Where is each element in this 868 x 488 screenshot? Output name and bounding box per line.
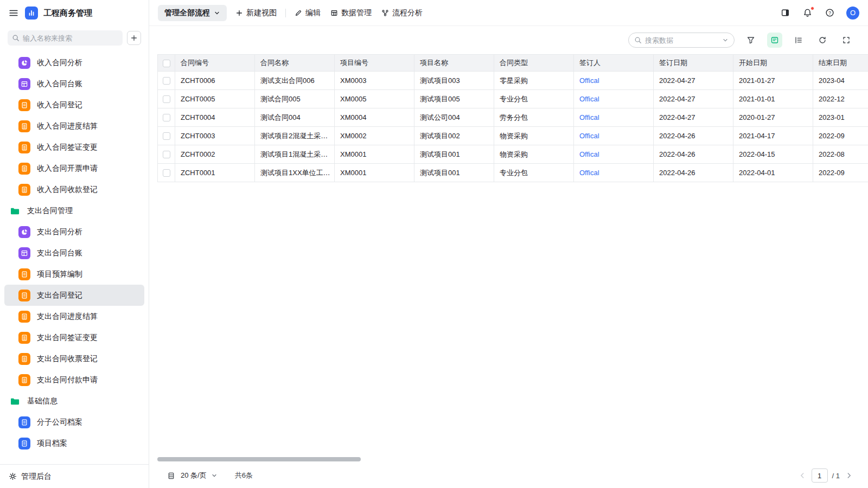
table-cell[interactable]: XM0001 bbox=[335, 145, 414, 164]
sidebar-item-3[interactable]: 收入合同进度结算 bbox=[4, 115, 144, 137]
data-search-input[interactable] bbox=[645, 36, 719, 44]
table-cell[interactable]: 测试项目002 bbox=[414, 127, 494, 145]
table-cell[interactable]: 测试项目001 bbox=[414, 164, 494, 182]
signer-link[interactable]: Offical bbox=[574, 127, 654, 145]
row-checkbox[interactable] bbox=[163, 169, 170, 177]
table-cell[interactable]: 2022-09 bbox=[813, 127, 868, 145]
sidebar-item-1[interactable]: 收入合同台账 bbox=[4, 73, 144, 94]
table-cell[interactable]: 2022-04-27 bbox=[654, 108, 733, 127]
page-size-selector[interactable]: 20 条/页 bbox=[181, 471, 218, 480]
table-cell[interactable]: 测试项目2混凝土采… bbox=[255, 127, 335, 145]
manage-all-flows-button[interactable]: 管理全部流程 bbox=[158, 5, 227, 21]
signer-link[interactable]: Offical bbox=[574, 145, 654, 164]
help-icon[interactable]: ? bbox=[824, 7, 835, 18]
table-cell[interactable]: ZCHT0006 bbox=[175, 72, 255, 90]
table-cell[interactable]: 2022-04-26 bbox=[654, 164, 733, 182]
table-cell[interactable]: 2020-01-27 bbox=[733, 108, 813, 127]
table-cell[interactable]: 2022-09 bbox=[813, 164, 868, 182]
row-group-icon[interactable] bbox=[791, 33, 806, 48]
table-cell[interactable]: ZCHT0004 bbox=[175, 108, 255, 127]
row-select-cell[interactable] bbox=[158, 72, 175, 90]
sidebar-item-0[interactable]: 收入合同分析 bbox=[4, 52, 144, 73]
table-cell[interactable]: 测试支出合同006 bbox=[255, 72, 335, 90]
notifications-bell-icon[interactable] bbox=[802, 7, 813, 18]
table-cell[interactable]: 2023-04 bbox=[813, 72, 868, 90]
signer-link[interactable]: Offical bbox=[574, 90, 654, 108]
table-cell[interactable]: 2022-04-26 bbox=[654, 145, 733, 164]
row-select-cell[interactable] bbox=[158, 108, 175, 127]
column-header-4[interactable]: 合同类型 bbox=[494, 55, 574, 72]
row-checkbox[interactable] bbox=[163, 77, 170, 85]
filter-icon[interactable] bbox=[743, 33, 758, 48]
table-cell[interactable]: XM0004 bbox=[335, 108, 414, 127]
row-checkbox[interactable] bbox=[163, 132, 170, 140]
table-cell[interactable]: XM0003 bbox=[335, 72, 414, 90]
table-cell[interactable]: XM0001 bbox=[335, 164, 414, 182]
table-cell[interactable]: 测试项目003 bbox=[414, 72, 494, 90]
table-cell[interactable]: ZCHT0002 bbox=[175, 145, 255, 164]
table-cell[interactable]: 测试合同005 bbox=[255, 90, 335, 108]
column-header-6[interactable]: 签订日期 bbox=[654, 55, 733, 72]
table-cell[interactable]: ZCHT0005 bbox=[175, 90, 255, 108]
sidebar-item-14[interactable]: 支出合同收票登记 bbox=[4, 348, 144, 369]
column-header-3[interactable]: 项目名称 bbox=[414, 55, 494, 72]
sidebar-folder-16[interactable]: 基础信息 bbox=[4, 390, 144, 412]
select-all-checkbox[interactable] bbox=[163, 60, 170, 67]
hamburger-menu-icon[interactable] bbox=[8, 7, 20, 19]
table-cell[interactable]: 专业分包 bbox=[494, 90, 574, 108]
table-cell[interactable]: 物资采购 bbox=[494, 127, 574, 145]
sidebar-item-17[interactable]: 分子公司档案 bbox=[4, 412, 144, 433]
table-cell[interactable]: 2022-08 bbox=[813, 145, 868, 164]
row-checkbox[interactable] bbox=[163, 114, 170, 121]
table-cell[interactable]: 2022-04-15 bbox=[733, 145, 813, 164]
table-cell[interactable]: 2022-04-26 bbox=[654, 127, 733, 145]
table-cell[interactable]: 2023-01 bbox=[813, 108, 868, 127]
table-cell[interactable]: 测试项目005 bbox=[414, 90, 494, 108]
table-cell[interactable]: XM0005 bbox=[335, 90, 414, 108]
fullscreen-expand-icon[interactable] bbox=[839, 33, 854, 48]
row-select-cell[interactable] bbox=[158, 164, 175, 182]
sidebar-search-input[interactable] bbox=[23, 34, 118, 42]
column-header-7[interactable]: 开始日期 bbox=[733, 55, 813, 72]
sidebar-item-6[interactable]: 收入合同收款登记 bbox=[4, 179, 144, 200]
row-select-cell[interactable] bbox=[158, 90, 175, 108]
flow-analysis-button[interactable]: 流程分析 bbox=[380, 6, 424, 20]
scrollbar-thumb[interactable] bbox=[157, 457, 361, 461]
data-search-box[interactable] bbox=[628, 33, 735, 48]
sidebar-item-9[interactable]: 支出合同台账 bbox=[4, 242, 144, 264]
table-cell[interactable]: ZCHT0001 bbox=[175, 164, 255, 182]
new-view-button[interactable]: 新建视图 bbox=[234, 6, 278, 20]
table-cell[interactable]: 2022-04-27 bbox=[654, 72, 733, 90]
sidebar-item-12[interactable]: 支出合同进度结算 bbox=[4, 306, 144, 327]
sidebar-item-8[interactable]: 支出合同分析 bbox=[4, 221, 144, 242]
table-cell[interactable]: 2022-04-27 bbox=[654, 90, 733, 108]
signer-link[interactable]: Offical bbox=[574, 72, 654, 90]
page-number-input[interactable] bbox=[812, 468, 828, 483]
table-cell[interactable]: 2022-04-01 bbox=[733, 164, 813, 182]
column-header-2[interactable]: 项目编号 bbox=[335, 55, 414, 72]
table-cell[interactable]: 测试公司004 bbox=[414, 108, 494, 127]
signer-link[interactable]: Offical bbox=[574, 164, 654, 182]
sidebar-item-4[interactable]: 收入合同签证变更 bbox=[4, 137, 144, 158]
table-cell[interactable]: 专业分包 bbox=[494, 164, 574, 182]
column-header-1[interactable]: 合同名称 bbox=[255, 55, 335, 72]
table-cell[interactable]: 2021-04-17 bbox=[733, 127, 813, 145]
row-checkbox[interactable] bbox=[163, 151, 170, 158]
refresh-icon[interactable] bbox=[815, 33, 830, 48]
row-select-cell[interactable] bbox=[158, 127, 175, 145]
next-page-icon[interactable] bbox=[844, 471, 854, 480]
sidebar-item-10[interactable]: 项目预算编制 bbox=[4, 264, 144, 285]
signer-link[interactable]: Offical bbox=[574, 108, 654, 127]
sidebar-item-18[interactable]: 项目档案 bbox=[4, 433, 144, 454]
column-header-0[interactable]: 合同编号 bbox=[175, 55, 255, 72]
sidebar-folder-7[interactable]: 支出合同管理 bbox=[4, 200, 144, 221]
prev-page-icon[interactable] bbox=[797, 471, 807, 480]
table-cell[interactable]: 测试项目001 bbox=[414, 145, 494, 164]
sidebar-item-11[interactable]: 支出合同登记 bbox=[4, 285, 144, 306]
table-cell[interactable]: ZCHT0003 bbox=[175, 127, 255, 145]
sidebar-search-box[interactable] bbox=[8, 30, 123, 46]
table-cell[interactable]: 劳务分包 bbox=[494, 108, 574, 127]
table-cell[interactable]: 测试项目1XX单位工… bbox=[255, 164, 335, 182]
table-cell[interactable]: 零星采购 bbox=[494, 72, 574, 90]
row-checkbox[interactable] bbox=[163, 95, 170, 103]
